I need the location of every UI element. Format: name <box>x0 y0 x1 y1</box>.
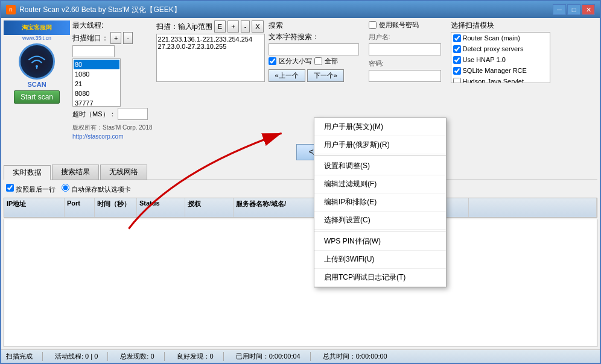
username-label: 用户名: <box>369 33 447 42</box>
elapsed-time-status: 已用时间：0:00:00:04 <box>236 352 311 361</box>
ip-range-label: 扫描：输入ip范围 <box>156 22 212 32</box>
port-item[interactable]: 37777 <box>74 98 119 107</box>
options-row: 按照最后一行 自动保存默认选项卡 <box>4 182 597 196</box>
menu-item-tcp-log[interactable]: 启用TCP调试日志记录(T) <box>314 269 446 287</box>
menu-item-upload-wifi[interactable]: 上传到3WiFi(U) <box>314 251 446 269</box>
ip-range-list[interactable]: 221.233.136.1-221.233.254.254 27.23.0.0-… <box>156 34 265 82</box>
ip-range-clear-btn[interactable]: X <box>252 20 263 33</box>
timeout-row: 超时（MS）： 2000 <box>72 108 153 120</box>
top-section: 淘宝客服网 www.35it.cn <box>4 20 597 163</box>
website-link[interactable]: http://stascorp.com <box>72 133 153 140</box>
maximize-button[interactable]: □ <box>567 4 580 15</box>
main-window: R Router Scan v2.60 Beta by Stas'M 汉化【GE… <box>0 0 601 364</box>
port-item[interactable]: 21 <box>74 79 119 89</box>
case-sensitive-checkbox[interactable] <box>269 57 276 65</box>
module-label-4: SQLite Manager RCE <box>463 66 527 75</box>
max-threads-input[interactable]: 500 <box>72 45 115 57</box>
col-header-time: 时间（秒） <box>95 198 137 217</box>
module-item: Use HNAP 1.0 <box>451 54 550 65</box>
search-label: 搜索 <box>269 20 365 31</box>
module-checkbox-3[interactable] <box>453 56 461 64</box>
use-password-row: 使用账号密码 <box>369 20 447 30</box>
module-item: SQLite Manager RCE <box>451 65 550 76</box>
prev-btn[interactable]: «上一个 <box>269 69 305 82</box>
scan-complete-status: 扫描完成 <box>6 352 43 361</box>
search-input[interactable]: 221 <box>269 43 359 55</box>
port-item[interactable]: 1080 <box>74 69 119 79</box>
ip-range-panel: 扫描：输入ip范围 E + - X 221.233.136.1-221.233.… <box>156 20 265 82</box>
ip-range-item: 27.23.0.0-27.23.10.255 <box>158 43 263 50</box>
close-button[interactable]: ✕ <box>582 4 595 15</box>
ip-range-e-btn[interactable]: E <box>214 20 226 33</box>
threads-ports-panel: 最大线程: 扫描端口： + - 500 80 1080 21 8080 <box>72 20 153 140</box>
table-body <box>4 219 597 347</box>
col-header-ip: IP地址 <box>4 198 65 217</box>
use-password-label: 使用账号密码 <box>379 20 419 30</box>
copyright: 版权所有：Stas'M Corp. 2018 <box>72 124 153 132</box>
start-scan-button[interactable]: Start scan <box>14 90 60 104</box>
table-header: IP地址 Port 时间（秒） Status 授权 服务器名称/域名/ 用无线 … <box>4 198 597 218</box>
menu-item-manual-en[interactable]: 用户手册(英文)(M) <box>314 118 446 136</box>
port-add-btn[interactable]: + <box>110 32 121 44</box>
tabs-row: 实时数据 搜索结果 无线网络 <box>4 165 597 180</box>
col-header-status: Status <box>137 198 185 217</box>
use-password-checkbox[interactable] <box>369 21 377 29</box>
next-btn[interactable]: 下一个» <box>307 69 344 82</box>
col-header-essid <box>469 198 597 217</box>
module-checkbox-5[interactable] <box>453 78 461 84</box>
tab-search[interactable]: 搜索结果 <box>52 165 99 180</box>
auto-save-option: 自动保存默认选项卡 <box>62 184 131 194</box>
username-input[interactable]: admin <box>369 43 441 55</box>
menu-item-edit-ip[interactable]: 编辑IP和排除(E) <box>314 193 446 212</box>
last-row-checkbox[interactable] <box>6 184 14 192</box>
module-checkbox-2[interactable] <box>453 45 461 53</box>
module-item: Detect proxy servers <box>451 43 550 54</box>
auto-save-radio[interactable] <box>62 184 69 192</box>
text-search-label: 文本字符搜索： <box>269 32 365 42</box>
scan-ports-row: 扫描端口： + - <box>72 32 153 44</box>
title-bar: R Router Scan v2.60 Beta by Stas'M 汉化【GE… <box>1 1 600 18</box>
ip-range-add-btn[interactable]: + <box>227 20 238 33</box>
active-threads-status: 活动线程: 0 | 0 <box>55 352 108 361</box>
module-checkbox-4[interactable] <box>453 67 461 75</box>
port-remove-btn[interactable]: - <box>123 32 133 44</box>
modules-list: Router Scan (main) Detect proxy servers … <box>451 32 550 83</box>
port-item[interactable]: 8080 <box>74 89 119 98</box>
password-input[interactable]: admin <box>369 70 441 82</box>
menu-item-manual-ru[interactable]: 用户手册(俄罗斯)(R) <box>314 136 446 154</box>
tab-wireless[interactable]: 无线网络 <box>100 165 147 180</box>
credentials-panel: 使用账号密码 用户名: admin 密码: admin <box>369 20 447 82</box>
module-label-1: Router Scan (main) <box>463 33 520 43</box>
timeout-input[interactable]: 2000 <box>118 108 148 120</box>
port-item[interactable]: 80 <box>74 60 119 69</box>
ip-range-item: 221.233.136.1-221.233.254.254 <box>158 36 263 43</box>
window-controls: ─ □ ✕ <box>553 4 595 15</box>
all-checkbox[interactable] <box>314 57 322 65</box>
password-label: 密码: <box>369 59 447 68</box>
scan-label: SCAN <box>27 81 46 88</box>
module-label-2: Detect proxy servers <box>463 44 524 54</box>
col-header-auth: 授权 <box>185 198 234 217</box>
modules-label: 选择扫描模块 <box>451 20 553 31</box>
last-row-label: 按照最后一行 <box>16 186 56 193</box>
menu-item-settings[interactable]: 设置和调整(S) <box>314 157 446 175</box>
menu-separator-1 <box>314 155 446 156</box>
module-item: Hudson Java Servlet <box>451 76 550 83</box>
tab-realtime[interactable]: 实时数据 <box>4 165 51 180</box>
menu-item-filter[interactable]: 编辑过滤规则(F) <box>314 175 446 193</box>
search-nav-row: «上一个 下一个» <box>269 69 365 82</box>
all-label: 全部 <box>325 57 338 66</box>
module-checkbox-1[interactable] <box>453 34 461 42</box>
minimize-button[interactable]: ─ <box>553 4 566 15</box>
port-list[interactable]: 80 1080 21 8080 37777 <box>72 58 121 107</box>
menu-item-columns[interactable]: 选择列设置(C) <box>314 212 446 230</box>
ip-range-minus-btn[interactable]: - <box>241 20 250 33</box>
app-icon: R <box>6 5 16 14</box>
menu-item-wps[interactable]: WPS PIN伴侣(W) <box>314 233 446 251</box>
col-header-port: Port <box>65 198 95 217</box>
logo-banner: 淘宝客服网 <box>4 20 70 35</box>
modules-panel: 选择扫描模块 Router Scan (main) Detect proxy s… <box>451 20 553 83</box>
threads-row: 最大线程: <box>72 20 153 31</box>
module-item: Router Scan (main) <box>451 33 550 43</box>
total-found-status: 总发现数: 0 <box>120 352 164 361</box>
